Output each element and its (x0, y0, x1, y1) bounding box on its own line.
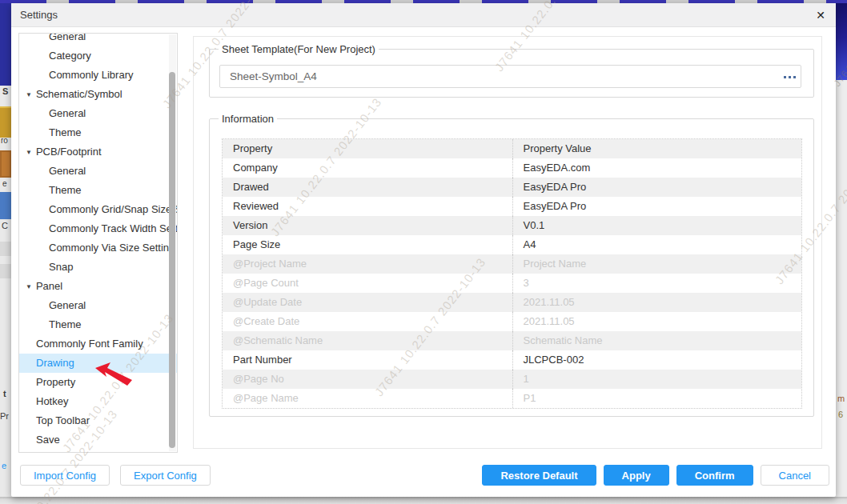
tree-item-commonly-track-width-setti[interactable]: Commonly Track Width Setti (19, 219, 177, 238)
tree-item-save[interactable]: Save (19, 430, 177, 450)
sheet-template-legend: Sheet Template(For New Project) (219, 43, 379, 55)
table-row-create-date[interactable]: @Create Date2021.11.05 (223, 312, 801, 331)
tree-item-pcb-footprint[interactable]: ▼PCB/Footprint (19, 142, 177, 162)
app-right-edge-header (836, 3, 847, 80)
property-cell: Drawed (223, 178, 512, 197)
table-row-page-no[interactable]: @Page No1 (223, 370, 801, 389)
property-value-cell[interactable]: EasyEDA.com (512, 158, 802, 178)
app-left-edge: S ro e C t Pr e (0, 3, 11, 504)
table-row-version[interactable]: VersionV0.1 (223, 216, 801, 235)
property-cell: @Schematic Name (223, 331, 512, 350)
table-row-part-number[interactable]: Part NumberJLCPCB-002 (223, 350, 801, 370)
property-value-cell[interactable]: 2021.11.05 (512, 293, 802, 312)
tree-item-commonly-via-size-setting[interactable]: Commonly Via Size Setting (19, 238, 177, 258)
tree-item-schematic-symbol[interactable]: ▼Schematic/Symbol (19, 85, 177, 104)
property-cell: @Page Name (223, 389, 512, 408)
left-edge-block (0, 242, 11, 256)
column-header-property-value: Property Value (512, 139, 802, 158)
tree-item-drawing[interactable]: Drawing (19, 354, 177, 373)
property-value-cell[interactable]: Project Name (512, 254, 802, 274)
confirm-button[interactable]: Confirm (676, 465, 753, 486)
settings-content-panel: Sheet Template(For New Project) Informat… (193, 36, 822, 449)
property-value-cell[interactable]: 2021.11.05 (512, 312, 802, 331)
restore-default-button[interactable]: Restore Default (482, 465, 596, 486)
tree-item-label: PCB/Footprint (36, 146, 102, 158)
table-row-drawed[interactable]: DrawedEasyEDA Pro (223, 178, 801, 197)
tree-item-property[interactable]: Property (19, 373, 177, 392)
library-icon-fragment (0, 106, 11, 138)
tree-item-general[interactable]: General (19, 296, 177, 315)
property-value-cell[interactable]: A4 (512, 235, 802, 254)
left-edge-fragment: t (3, 389, 6, 398)
tree-item-label: Hotkey (36, 395, 68, 407)
tree-item-category[interactable]: Category (19, 46, 177, 66)
tree-item-label: General (49, 107, 86, 119)
action-button-group: Restore DefaultApplyConfirmCancel (482, 465, 829, 486)
tree-item-general[interactable]: General (19, 104, 177, 123)
tree-item-label: Commonly Font Family (36, 338, 143, 350)
tree-item-label: Theme (49, 184, 81, 196)
information-group: Information Property Property Value Comp… (209, 113, 814, 417)
close-icon[interactable]: ✕ (812, 7, 829, 23)
property-value-cell[interactable]: EasyEDA Pro (512, 197, 802, 216)
sheet-template-input[interactable] (219, 65, 801, 88)
table-row-page-size[interactable]: Page SizeA4 (223, 235, 801, 254)
tree-item-label: General (49, 165, 86, 177)
tree-item-label: Commonly Track Width Setti (49, 222, 177, 234)
tree-item-general[interactable]: General (19, 162, 177, 181)
property-value-cell[interactable]: 1 (512, 370, 802, 389)
tree-item-commonly-grid-snap-size-s[interactable]: Commonly Grid/Snap Size S (19, 200, 177, 219)
tree-item-commonly-font-family[interactable]: Commonly Font Family (19, 334, 177, 354)
right-edge-fragment: 6 (838, 410, 843, 419)
table-row-project-name[interactable]: @Project NameProject Name (223, 254, 801, 274)
dialog-title: Settings (20, 9, 58, 21)
ellipsis-icon[interactable] (781, 74, 796, 78)
property-value-cell[interactable]: 3 (512, 274, 802, 293)
information-table-body: CompanyEasyEDA.comDrawedEasyEDA ProRevie… (223, 158, 801, 408)
table-row-page-count[interactable]: @Page Count3 (223, 274, 801, 293)
information-legend: Information (219, 113, 277, 125)
tree-item-theme[interactable]: Theme (19, 315, 177, 334)
table-row-schematic-name[interactable]: @Schematic NameSchematic Name (223, 331, 801, 350)
import-config-button[interactable]: Import Config (20, 465, 110, 486)
tree-item-general[interactable]: General (19, 33, 177, 46)
export-config-button[interactable]: Export Config (120, 465, 211, 486)
tree-item-label: Property (36, 376, 75, 388)
tree-item-label: Schematic/Symbol (36, 88, 122, 100)
property-value-cell[interactable]: JLCPCB-002 (512, 350, 802, 370)
tree-item-commonly-library[interactable]: Commonly Library (19, 66, 177, 85)
tree-collapse-icon[interactable]: ▼ (26, 283, 32, 290)
tree-item-top-toolbar[interactable]: Top Toolbar (19, 411, 177, 430)
property-cell: Part Number (223, 350, 512, 370)
table-row-page-name[interactable]: @Page NameP1 (223, 389, 801, 408)
config-button-group: Import ConfigExport Config (20, 465, 211, 486)
app-left-edge-header (0, 3, 11, 86)
tree-collapse-icon[interactable]: ▼ (26, 149, 32, 156)
tree-item-label: Top Toolbar (36, 414, 90, 426)
tree-item-hotkey[interactable]: Hotkey (19, 392, 177, 411)
table-row-company[interactable]: CompanyEasyEDA.com (223, 158, 801, 178)
tree-item-snap[interactable]: Snap (19, 258, 177, 277)
tree-item-panel[interactable]: ▼Panel (19, 277, 177, 296)
app-bottom-edge (0, 497, 847, 504)
sidebar-scrollbar-thumb[interactable] (169, 72, 175, 448)
property-value-cell[interactable]: P1 (512, 389, 802, 408)
cancel-button[interactable]: Cancel (761, 465, 829, 486)
property-value-cell[interactable]: EasyEDA Pro (512, 178, 802, 197)
table-row-update-date[interactable]: @Update Date2021.11.05 (223, 293, 801, 312)
tree-item-label: Theme (49, 126, 81, 138)
table-row-reviewed[interactable]: ReviewedEasyEDA Pro (223, 197, 801, 216)
table-header-row: Property Property Value (223, 139, 801, 158)
property-cell: Page Size (223, 235, 512, 254)
tree-item-theme[interactable]: Theme (19, 181, 177, 200)
sidebar-scrollbar-track[interactable] (169, 34, 176, 451)
property-value-cell[interactable]: V0.1 (512, 216, 802, 235)
dialog-title-bar[interactable]: Settings ✕ (11, 3, 836, 27)
property-cell: @Update Date (223, 293, 512, 312)
tree-collapse-icon[interactable]: ▼ (26, 91, 32, 98)
property-cell: @Project Name (223, 254, 512, 274)
apply-button[interactable]: Apply (604, 465, 669, 486)
property-value-cell[interactable]: Schematic Name (512, 331, 802, 350)
tree-item-theme[interactable]: Theme (19, 123, 177, 142)
footprint-icon-fragment (0, 150, 11, 178)
